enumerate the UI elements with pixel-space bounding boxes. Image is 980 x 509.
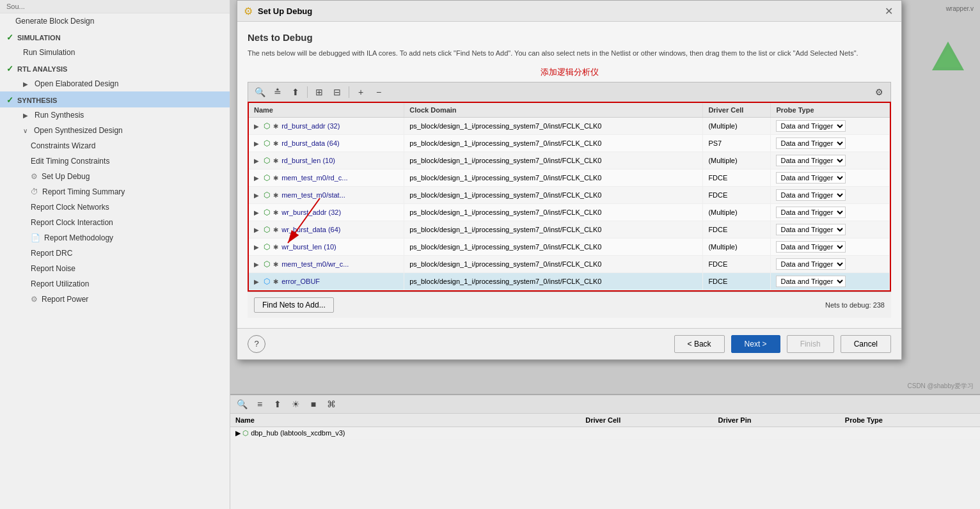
sidebar-section-simulation[interactable]: ✓ SIMULATION [0,29,230,45]
bottom-cell-pin [713,427,839,440]
sidebar-item-generate-block-design[interactable]: Generate Block Design [0,13,230,29]
bottom-up-button[interactable]: ⬆ [270,397,285,411]
sidebar-item-run-synthesis[interactable]: ▶ Run Synthesis [0,107,230,123]
net-icon: ⬡ [264,225,270,234]
sidebar-section-synthesis[interactable]: ✓ SYNTHESIS [0,91,230,107]
table-cell-name: ▶ ⬡ ✱ mem_test_m0/stat... [249,186,404,203]
probe-type-select[interactable]: Data and Trigger Trigger Only Data Only [776,172,846,184]
sidebar-item-run-simulation[interactable]: Run Simulation [0,45,230,60]
sidebar-item-constraints-wizard[interactable]: Constraints Wizard [0,138,230,153]
col-header-name[interactable]: Name [249,103,404,118]
sidebar-item-label: Report Clock Interaction [31,218,113,227]
expand-icon[interactable]: ▶ [254,209,259,216]
debug-table: Name Clock Domain Driver Cell Probe Type… [249,103,890,290]
find-nets-button[interactable]: Find Nets to Add... [254,297,334,313]
pin-icon: ✱ [273,226,278,233]
table-cell-probe: Data and Trigger Trigger Only Data Only [771,203,890,221]
col-button-1[interactable]: ⊞ [312,85,327,99]
bottom-stop-button[interactable]: ■ [306,397,321,411]
sidebar-item-report-methodology[interactable]: 📄 Report Methodology [0,230,230,246]
sidebar-item-report-utilization[interactable]: Report Utilization [0,276,230,292]
table-cell-driver: FDCE [703,272,771,290]
sidebar-item-edit-timing[interactable]: Edit Timing Constraints [0,153,230,169]
bottom-col-name[interactable]: Name [230,414,580,427]
expand-icon[interactable]: ▶ [254,123,259,130]
probe-type-select[interactable]: Data and Trigger Trigger Only Data Only [776,155,846,166]
table-cell-probe: Data and Trigger Trigger Only Data Only [771,152,890,169]
help-button[interactable]: ? [248,335,265,353]
net-name: rd_burst_addr (32) [281,122,340,130]
sidebar-item-label: Report Power [42,295,88,304]
probe-type-select[interactable]: Data and Trigger Trigger Only Data Only [776,276,846,287]
toolbar-separator [307,86,308,98]
table-cell-probe: Data and Trigger Trigger Only Data Only [771,117,890,134]
dialog-body: Nets to Debug The nets below will be deb… [237,22,901,328]
table-cell-clock: ps_block/design_1_i/processing_system7_0… [404,134,703,152]
expand-icon[interactable]: ▶ [254,140,259,147]
next-button[interactable]: Next > [731,335,780,353]
remove-button[interactable]: − [371,85,386,99]
table-cell-driver: (Multiple) [703,203,771,221]
probe-type-select[interactable]: Data and Trigger Trigger Only Data Only [776,207,846,218]
finish-button[interactable]: Finish [787,335,834,353]
sidebar-item-label: Open Elaborated Design [35,79,118,88]
expand-icon[interactable]: ▶ [254,192,259,199]
cancel-button[interactable]: Cancel [841,335,891,353]
sidebar-item-setup-debug[interactable]: ⚙ Set Up Debug [0,169,230,184]
expand-icon: ∨ [23,127,28,134]
sidebar-item-open-synthesized[interactable]: ∨ Open Synthesized Design [0,123,230,138]
expand-icon[interactable]: ▶ [235,429,241,437]
sidebar-item-report-clock-interaction[interactable]: Report Clock Interaction [0,215,230,230]
sidebar-item-open-elaborated[interactable]: ▶ Open Elaborated Design [0,76,230,91]
probe-type-select[interactable]: Data and Trigger Trigger Only Data Only [776,120,846,132]
probe-type-select[interactable]: Data and Trigger Trigger Only Data Only [776,241,846,253]
vivado-logo [929,38,967,77]
col-header-clock[interactable]: Clock Domain [404,103,703,118]
sidebar-item-report-clock-networks[interactable]: Report Clock Networks [0,200,230,215]
dialog-close-button[interactable]: ✕ [882,4,895,17]
filter-up-button[interactable]: ≛ [270,85,285,99]
sidebar-item-report-power[interactable]: ⚙ Report Power [0,292,230,307]
settings-button[interactable]: ⚙ [871,85,887,99]
bottom-col-driver[interactable]: Driver Cell [580,414,713,427]
expand-icon[interactable]: ▶ [254,261,259,268]
probe-type-select[interactable]: Data and Trigger Trigger Only Data Only [776,224,846,235]
expand-icon[interactable]: ▶ [254,278,259,285]
sidebar-item-report-drc[interactable]: Report DRC [0,246,230,261]
table-cell-clock: ps_block/design_1_i/processing_system7_0… [404,272,703,290]
table-cell-probe: Data and Trigger Trigger Only Data Only [771,221,890,238]
bottom-col-probe[interactable]: Probe Type [840,414,980,427]
bottom-filter-button[interactable]: ≡ [252,397,267,411]
bottom-col-pin[interactable]: Driver Pin [713,414,839,427]
expand-icon[interactable]: ▶ [254,157,259,164]
probe-type-select[interactable]: Data and Trigger Trigger Only Data Only [776,258,846,270]
net-icon: ⬡ [264,208,270,217]
sidebar-item-report-noise[interactable]: Report Noise [0,261,230,276]
filter-down-button[interactable]: ⬆ [288,85,303,99]
table-cell-clock: ps_block/design_1_i/processing_system7_0… [404,221,703,238]
back-button[interactable]: < Back [674,335,725,353]
expand-icon[interactable]: ▶ [254,226,259,233]
expand-icon[interactable]: ▶ [254,175,259,182]
bottom-cmd-button[interactable]: ⌘ [324,397,339,411]
sidebar-section-rtl[interactable]: ✓ RTL ANALYSIS [0,60,230,76]
col-header-driver[interactable]: Driver Cell [703,103,771,118]
bottom-table-row: ▶ ⬡ dbp_hub (labtools_xcdbm_v3) [230,427,980,440]
add-button[interactable]: + [353,85,368,99]
sidebar-item-label: Report Timing Summary [42,187,125,196]
sidebar-item-label: Report Clock Networks [31,203,109,212]
col-header-probe[interactable]: Probe Type [771,103,890,118]
probe-type-select[interactable]: Data and Trigger Trigger Only Data Only [776,189,846,201]
bottom-sun-button[interactable]: ☀ [288,397,303,411]
probe-type-select[interactable]: Data and Trigger Trigger Only Data Only [776,137,846,149]
table-cell-clock: ps_block/design_1_i/processing_system7_0… [404,203,703,221]
expand-icon[interactable]: ▶ [254,244,259,251]
table-cell-name: ▶ ⬡ ✱ rd_burst_addr (32) [249,117,404,134]
app-container: Sou... Generate Block Design ✓ SIMULATIO… [0,0,980,509]
sidebar-top: Sou... [0,0,230,13]
sidebar-item-report-timing[interactable]: ⏱ Report Timing Summary [0,184,230,200]
search-button[interactable]: 🔍 [252,85,267,99]
bottom-search-button[interactable]: 🔍 [234,397,249,411]
col-button-2[interactable]: ⊟ [329,85,345,99]
table-cell-name: ▶ ⬡ ✱ rd_burst_data (64) [249,134,404,152]
